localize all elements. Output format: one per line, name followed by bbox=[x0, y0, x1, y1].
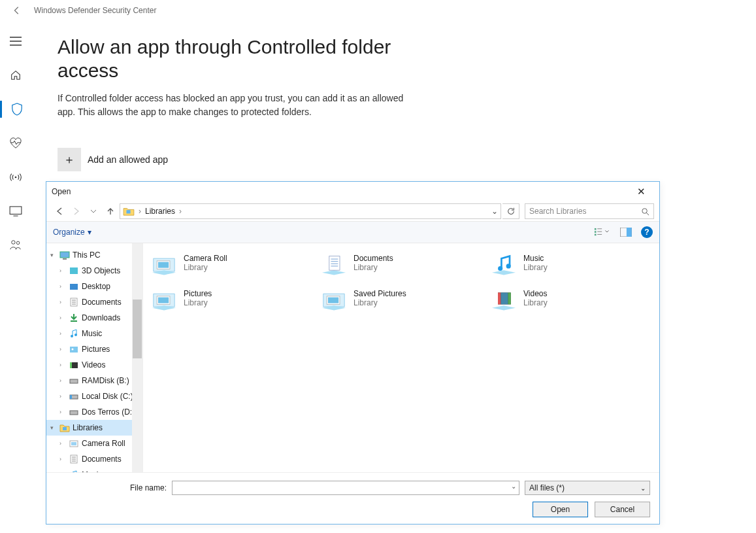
recent-dropdown-icon[interactable] bbox=[86, 203, 101, 219]
tree-item[interactable]: ›Local Disk (C:) bbox=[46, 388, 142, 404]
page-title: Allow an app through Controlled folder a… bbox=[58, 35, 423, 82]
nav-forward-icon bbox=[69, 203, 84, 219]
svg-point-20 bbox=[72, 349, 74, 351]
close-icon[interactable]: ✕ bbox=[628, 186, 654, 198]
svg-rect-11 bbox=[60, 252, 69, 258]
chevron-down-icon[interactable]: ⌄ bbox=[511, 483, 516, 490]
dialog-title: Open bbox=[52, 187, 71, 196]
tree-item[interactable]: ›Music bbox=[46, 467, 142, 472]
search-input[interactable]: Search Libraries bbox=[525, 203, 654, 219]
svg-rect-8 bbox=[595, 234, 597, 236]
library-icon bbox=[320, 289, 348, 313]
library-item[interactable]: Camera RollLibrary bbox=[150, 254, 313, 277]
chevron-right-icon: › bbox=[139, 207, 141, 216]
library-subtitle: Library bbox=[353, 298, 406, 307]
preview-pane-icon[interactable] bbox=[620, 228, 632, 237]
plus-icon: ＋ bbox=[58, 148, 81, 171]
chevron-right-icon: › bbox=[179, 207, 182, 216]
library-item[interactable]: MusicLibrary bbox=[489, 254, 653, 277]
svg-rect-16 bbox=[71, 320, 77, 322]
add-allowed-app-button[interactable]: ＋ Add an allowed app bbox=[58, 148, 168, 171]
library-icon bbox=[150, 254, 178, 277]
tree-item[interactable]: ›Documents bbox=[46, 294, 142, 310]
hamburger-icon[interactable] bbox=[0, 33, 31, 50]
address-dropdown-icon[interactable]: ⌄ bbox=[491, 207, 498, 216]
family-icon[interactable] bbox=[0, 237, 31, 254]
svg-rect-38 bbox=[158, 298, 169, 303]
svg-point-3 bbox=[16, 241, 20, 245]
tree-item[interactable]: ›Music bbox=[46, 326, 142, 341]
svg-rect-14 bbox=[70, 284, 78, 290]
tree-item[interactable]: ›3D Objects bbox=[46, 263, 142, 279]
svg-rect-44 bbox=[501, 292, 508, 304]
tree-this-pc[interactable]: ▾This PC bbox=[46, 247, 142, 263]
folder-icon bbox=[123, 207, 135, 216]
svg-rect-29 bbox=[71, 442, 76, 445]
svg-rect-34 bbox=[329, 256, 340, 271]
view-options-icon[interactable] bbox=[594, 227, 611, 237]
breadcrumb-libraries[interactable]: Libraries bbox=[145, 207, 175, 216]
heart-icon[interactable] bbox=[0, 135, 31, 152]
tree-item[interactable]: ›Videos bbox=[46, 357, 142, 373]
chevron-down-icon: ⌄ bbox=[640, 485, 646, 492]
library-icon bbox=[150, 289, 178, 313]
svg-point-18 bbox=[74, 334, 77, 336]
monitor-icon[interactable] bbox=[0, 203, 31, 220]
tree-item[interactable]: ›Downloads bbox=[46, 310, 142, 326]
titlebar: Windows Defender Security Center bbox=[0, 0, 756, 21]
tree-item[interactable]: ›Pictures bbox=[46, 341, 142, 357]
tree-item[interactable]: ›Dos Terros (D:) bbox=[46, 404, 142, 420]
library-subtitle: Library bbox=[523, 298, 548, 307]
nav-back-icon[interactable] bbox=[52, 203, 67, 219]
tree-item[interactable]: ›RAMDisk (B:) bbox=[46, 373, 142, 388]
organize-menu[interactable]: Organize ▾ bbox=[53, 228, 91, 237]
open-button[interactable]: Open bbox=[533, 502, 588, 517]
svg-rect-43 bbox=[508, 292, 511, 304]
search-icon bbox=[641, 207, 649, 216]
library-item[interactable]: Saved PicturesLibrary bbox=[320, 289, 483, 313]
nav-rail bbox=[0, 21, 31, 533]
svg-rect-4 bbox=[127, 210, 131, 213]
address-bar[interactable]: › Libraries › ⌄ bbox=[120, 203, 501, 219]
file-type-filter[interactable]: All files (*)⌄ bbox=[525, 481, 650, 495]
cancel-button[interactable]: Cancel bbox=[595, 502, 650, 517]
window-title: Windows Defender Security Center bbox=[34, 6, 156, 15]
shield-icon[interactable] bbox=[0, 101, 31, 118]
home-icon[interactable] bbox=[0, 67, 31, 84]
page-description: If Controlled folder access has blocked … bbox=[58, 92, 423, 119]
filename-input[interactable]: ⌄ bbox=[172, 481, 519, 495]
library-name: Saved Pictures bbox=[353, 289, 406, 298]
svg-rect-1 bbox=[10, 207, 22, 215]
svg-rect-6 bbox=[595, 228, 597, 230]
tree-libraries[interactable]: ▾Libraries bbox=[46, 420, 142, 436]
help-icon[interactable]: ? bbox=[641, 226, 653, 238]
library-item[interactable]: PicturesLibrary bbox=[150, 289, 313, 313]
tree-scrollbar-thumb[interactable] bbox=[133, 300, 142, 358]
tree-item[interactable]: ›Documents bbox=[46, 451, 142, 467]
back-icon[interactable] bbox=[8, 6, 26, 15]
nav-up-icon[interactable] bbox=[103, 203, 118, 219]
refresh-icon[interactable] bbox=[502, 203, 519, 219]
file-open-dialog: Open ✕ › Libraries › ⌄ Search Libraries … bbox=[46, 181, 660, 524]
library-name: Videos bbox=[523, 289, 548, 298]
library-subtitle: Library bbox=[353, 263, 393, 272]
svg-rect-27 bbox=[63, 427, 67, 430]
antenna-icon[interactable] bbox=[0, 169, 31, 186]
tree-item[interactable]: ›Desktop bbox=[46, 279, 142, 294]
svg-rect-13 bbox=[70, 267, 78, 274]
library-name: Camera Roll bbox=[184, 254, 227, 263]
file-list: Camera RollLibraryDocumentsLibraryMusicL… bbox=[143, 243, 659, 472]
svg-point-5 bbox=[642, 208, 647, 213]
svg-rect-12 bbox=[63, 258, 67, 260]
library-subtitle: Library bbox=[184, 263, 227, 272]
svg-point-17 bbox=[71, 335, 73, 337]
svg-rect-22 bbox=[70, 362, 72, 368]
library-name: Pictures bbox=[184, 289, 212, 298]
library-name: Music bbox=[523, 254, 548, 263]
library-subtitle: Library bbox=[184, 298, 212, 307]
add-allowed-app-label: Add an allowed app bbox=[88, 154, 168, 165]
library-item[interactable]: DocumentsLibrary bbox=[320, 254, 483, 277]
svg-rect-33 bbox=[158, 262, 169, 268]
library-item[interactable]: VideosLibrary bbox=[489, 289, 653, 313]
tree-item[interactable]: ›Camera Roll bbox=[46, 436, 142, 451]
